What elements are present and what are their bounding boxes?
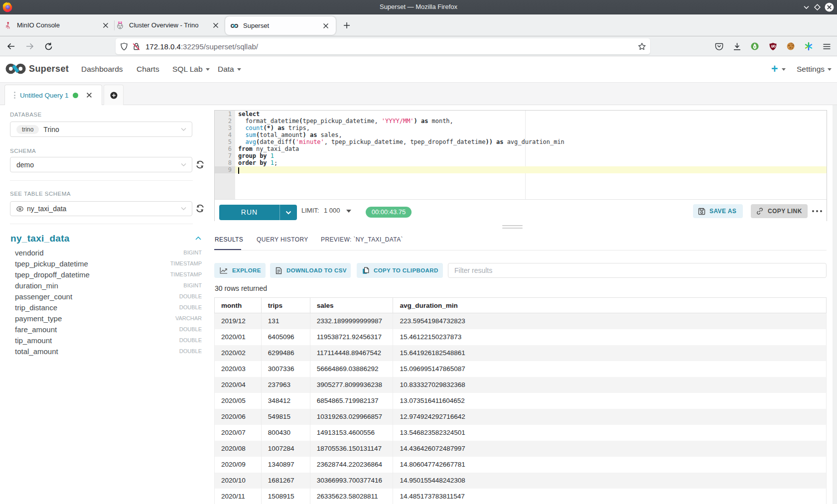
download-csv-button[interactable]: DOWNLOAD TO CSV [270,263,351,278]
table-schema-title[interactable]: ny_taxi_data [10,233,70,244]
nav-new-dropdown[interactable]: + [771,56,786,82]
menu-hamburger-icon[interactable] [820,40,833,53]
refresh-schemas-icon[interactable] [195,159,205,170]
schema-column-row[interactable]: vendoridBIGINT [15,247,202,258]
back-button[interactable] [3,38,19,54]
brand-name[interactable]: Superset [29,64,69,74]
schema-column-row[interactable]: passenger_countDOUBLE [15,291,202,302]
schema-column-row[interactable]: fare_amountDOUBLE [15,324,202,335]
query-tab-close-icon[interactable] [86,92,92,98]
refresh-tables-icon[interactable] [195,203,205,214]
results-table-row[interactable]: 2019/121312332.1899999999987223.59541984… [214,313,827,329]
schema-column-row[interactable]: trip_distanceDOUBLE [15,302,202,313]
run-button[interactable]: RUN [219,205,297,220]
extension-asterisk-icon[interactable] [802,40,815,53]
tab-results[interactable]: RESULTS [215,236,243,243]
forward-button[interactable] [22,38,38,54]
drag-handle-icon[interactable] [14,92,15,99]
results-table-row[interactable]: 2020/026299486117114448.8946754215.64192… [214,345,827,361]
database-select[interactable]: trino Trino [10,122,192,137]
window-maximize-icon[interactable] [814,3,821,11]
results-table-row[interactable]: 2020/10168126730366993.70037741614.95015… [214,473,827,489]
copy-link-button[interactable]: COPY LINK [751,204,808,218]
results-table-row[interactable]: 2020/03300733656664869.0388629215.096995… [214,361,827,377]
cookie-extension-icon[interactable] [784,40,797,53]
nav-data[interactable]: Data [218,56,241,82]
results-table-row[interactable]: 2020/0780043014913153.460055613.54682358… [214,425,827,441]
tab-close-icon[interactable] [100,19,112,31]
results-table-row[interactable]: 2020/053484126854865.71998213713.0735164… [214,393,827,409]
schema-select[interactable]: demo [10,157,192,172]
tab-close-icon[interactable] [320,20,332,32]
see-table-schema-label: SEE TABLE SCHEMA [10,191,71,197]
run-button-label[interactable]: RUN [219,205,279,220]
superset-logo[interactable] [5,63,26,74]
filter-results-input[interactable] [448,263,827,278]
reload-button[interactable] [40,38,56,54]
editor-code[interactable]: select format_datetime(tpep_pickup_datet… [235,111,827,199]
chevron-up-icon[interactable] [195,236,201,241]
schema-column-row[interactable]: tip_amountDOUBLE [15,335,202,346]
schema-column-row[interactable]: payment_typeVARCHAR [15,313,202,324]
run-dropdown-icon[interactable] [279,205,297,220]
new-tab-button[interactable] [340,18,354,32]
results-table-row[interactable]: 2020/016405096119538721.9245631715.46122… [214,329,827,345]
downloads-icon[interactable] [730,40,743,53]
bookmark-star-icon[interactable] [638,42,646,51]
code-line[interactable]: avg(date_diff('minute', tpep_pickup_date… [235,138,827,145]
limit-dropdown[interactable]: LIMIT: 1 000 [301,200,351,222]
insecure-lock-icon[interactable] [132,42,140,51]
code-line[interactable]: sum(total_amount) as sales, [235,131,827,138]
results-table-row[interactable]: 2020/11150891526335623.5802881114.485173… [214,489,827,504]
browser-tab-superset-active[interactable]: Superset [225,16,336,35]
sql-editor[interactable]: 123456789 select format_datetime(tpep_pi… [215,111,827,199]
results-table-row[interactable]: 2020/0654981510319263.02996685712.974924… [214,409,827,425]
results-column-header[interactable]: avg_duration_min [393,298,826,314]
schema-column-row[interactable]: tpep_pickup_datetimeTIMESTAMP [15,258,202,269]
pane-resize-handle[interactable] [502,225,523,230]
query-tab-active[interactable]: Untitled Query 1 [4,85,102,105]
page-scrollbar[interactable] [833,105,837,504]
add-query-tab-button[interactable] [104,85,124,105]
code-line[interactable]: select [235,111,827,118]
tab-close-icon[interactable] [210,19,222,31]
code-line[interactable]: from ny_taxi_data [235,145,827,152]
url-bar[interactable]: 172.18.0.4:32295/superset/sqllab/ [116,38,650,54]
results-table-row[interactable]: 2020/042379633905277.809993623810.833327… [214,377,827,393]
results-table-row[interactable]: 2020/08100728418705536.15013114714.43642… [214,441,827,457]
url-text[interactable]: 172.18.0.4:32295/superset/sqllab/ [145,42,258,51]
nav-dashboards[interactable]: Dashboards [81,56,123,82]
tab-preview[interactable]: PREVIEW: `NY_TAXI_DATA` [321,236,403,243]
ublock-origin-icon[interactable] [766,40,779,53]
pocket-icon[interactable] [712,40,725,53]
results-table: monthtripssalesavg_duration_min 2019/121… [214,297,827,504]
copy-clipboard-button[interactable]: COPY TO CLIPBOARD [357,263,443,278]
window-minimize-icon[interactable] [803,3,810,11]
privacy-badger-icon[interactable] [748,40,761,53]
browser-tab-trino[interactable]: Cluster Overview - Trino [116,14,222,36]
explore-button[interactable]: EXPLORE [214,263,266,278]
schema-column-row[interactable]: total_amountDOUBLE [15,346,202,357]
code-line[interactable]: group by 1 [235,152,827,159]
code-line[interactable] [235,166,827,173]
code-line[interactable]: format_datetime(tpep_pickup_datetime, 'Y… [235,118,827,125]
tracking-shield-icon[interactable] [120,42,128,51]
table-select[interactable]: ny_taxi_data [10,201,192,216]
schema-column-row[interactable]: duration_minBIGINT [15,280,202,291]
tab-query-history[interactable]: QUERY HISTORY [257,236,308,243]
more-menu-button[interactable] [809,204,826,218]
save-as-button[interactable]: SAVE AS [693,204,743,218]
schema-column-row[interactable]: tpep_dropoff_datetimeTIMESTAMP [15,269,202,280]
window-close-icon[interactable] [825,2,834,12]
nav-charts[interactable]: Charts [137,56,159,82]
nav-sql-lab[interactable]: SQL Lab [172,56,210,82]
results-table-row[interactable]: 2020/09134089723628744.22023686414.80604… [214,457,827,473]
code-line[interactable]: order by 1; [235,159,827,166]
results-column-header[interactable]: month [215,298,262,314]
column-type: DOUBLE [179,293,202,299]
results-column-header[interactable]: trips [262,298,310,314]
nav-settings[interactable]: Settings [797,56,832,82]
results-column-header[interactable]: sales [310,298,394,314]
browser-tab-minio[interactable]: MinIO Console [4,14,112,36]
code-line[interactable]: count(*) as trips, [235,125,827,131]
